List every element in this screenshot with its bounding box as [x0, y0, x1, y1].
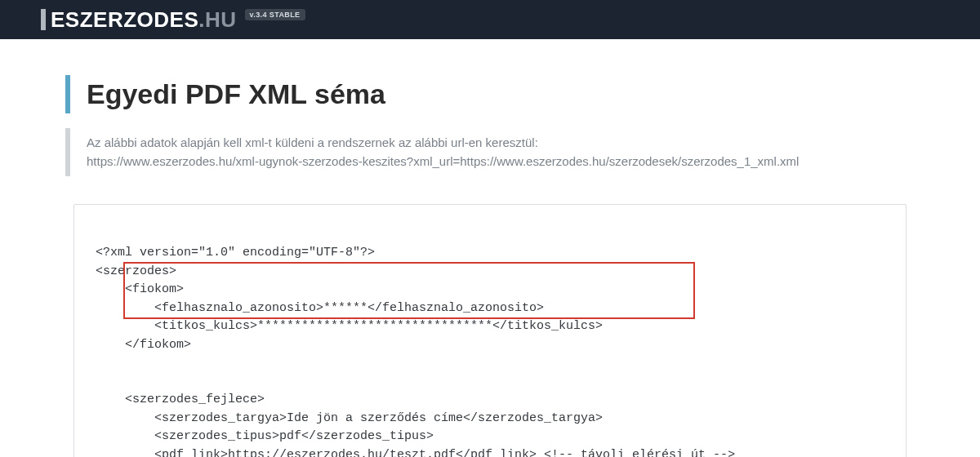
version-badge: v.3.4 STABLE: [245, 9, 305, 20]
code-line: <?xml version="1.0" encoding="UTF-8"?>: [96, 246, 375, 260]
code-line: <fiokom>: [96, 282, 184, 296]
xml-code-card: <?xml version="1.0" encoding="UTF-8"?> <…: [74, 204, 906, 458]
brand-logo[interactable]: ESZERZODES.HU v.3.4 STABLE: [41, 9, 305, 30]
code-line: </fiokom>: [96, 338, 191, 352]
code-line: <szerzodes>: [96, 264, 176, 278]
logo-text: ESZERZODES.HU: [41, 9, 237, 30]
desc-line-2: https://www.eszerzodes.hu/xml-ugynok-sze…: [87, 152, 915, 171]
code-line: <szerzodes_targya>Ide jön a szerződés cí…: [96, 411, 603, 425]
page-content: Egyedi PDF XML séma Az alábbi adatok ala…: [0, 39, 980, 457]
code-line: <szerzodes_tipus>pdf</szerzodes_tipus>: [96, 429, 434, 443]
page-title: Egyedi PDF XML séma: [87, 78, 915, 110]
logo-main-text: ESZERZODES: [51, 9, 198, 30]
logo-tld-text: .HU: [198, 9, 236, 30]
code-line: <pdf_link>https://eszerzodes.hu/teszt.pd…: [96, 448, 735, 458]
page-title-block: Egyedi PDF XML séma: [65, 75, 915, 113]
code-line: <felhasznalo_azonosito>******</felhaszna…: [96, 301, 544, 315]
logo-accent-bar: [41, 9, 46, 30]
xml-code-block[interactable]: <?xml version="1.0" encoding="UTF-8"?> <…: [96, 226, 884, 458]
code-line: <titkos_kulcs>**************************…: [96, 319, 603, 333]
code-blank-line: [96, 354, 884, 373]
app-header: ESZERZODES.HU v.3.4 STABLE: [0, 0, 980, 39]
page-description: Az alábbi adatok alapján kell xml-t küld…: [65, 128, 915, 176]
code-line: <szerzodes_fejlece>: [96, 393, 265, 406]
desc-line-1: Az alábbi adatok alapján kell xml-t küld…: [87, 133, 915, 152]
